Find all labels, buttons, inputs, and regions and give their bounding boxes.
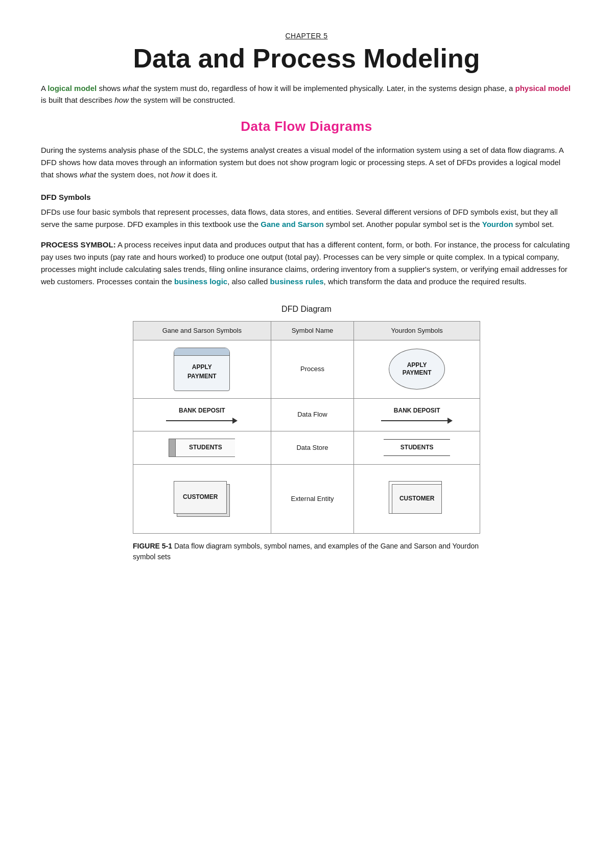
figure-number: FIGURE 5-1: [133, 542, 172, 550]
dfd-symbols-paragraph: DFDs use four basic symbols that represe…: [41, 206, 572, 231]
table-row: BANK DEPOSIT Data Flow BANK DEPOSIT: [133, 399, 480, 431]
yo-entity-wrapper: CUSTOMER: [360, 472, 474, 526]
yourdon-term: Yourdon: [482, 220, 513, 229]
gs-dataflow-label: BANK DEPOSIT: [179, 406, 225, 416]
yo-dataflow-label: BANK DEPOSIT: [394, 406, 440, 416]
business-logic-term: business logic: [174, 277, 227, 286]
yo-flow-arrow-head: [447, 418, 453, 424]
gs-dataflow-wrapper: BANK DEPOSIT: [139, 406, 265, 424]
yo-process-label: APPLYPAYMENT: [403, 361, 432, 377]
table-header-name: Symbol Name: [271, 321, 354, 340]
yo-dataflow-arrow: [381, 418, 453, 424]
table-row: CUSTOMER External Entity CUSTOMER: [133, 464, 480, 533]
logical-model-term: logical model: [48, 84, 97, 93]
chapter-label: CHAPTER 5: [41, 31, 572, 42]
yo-dataflow-wrapper: BANK DEPOSIT: [360, 406, 474, 424]
business-rules-term: business rules: [270, 277, 324, 286]
table-header-yo: Yourdon Symbols: [354, 321, 480, 340]
section-heading-dfd: Data Flow Diagrams: [41, 116, 572, 136]
yo-external-entity-symbol: CUSTOMER: [389, 481, 445, 517]
yo-entity-cell: CUSTOMER: [354, 464, 480, 533]
symbol-name-dataflow: Data Flow: [271, 399, 354, 431]
gs-dataflow-cell: BANK DEPOSIT: [133, 399, 271, 431]
gs-entity-wrapper: CUSTOMER: [139, 472, 265, 526]
process-symbol-label: PROCESS SYMBOL:: [41, 240, 116, 249]
gs-entity-label: CUSTOMER: [174, 481, 227, 514]
symbol-name-process: Process: [271, 340, 354, 398]
symbol-name-entity: External Entity: [271, 464, 354, 533]
gs-external-entity-symbol: CUSTOMER: [174, 481, 230, 517]
process-symbol-paragraph: PROCESS SYMBOL: A process receives input…: [41, 239, 572, 288]
table-row: STUDENTS Data Store STUDENTS: [133, 431, 480, 464]
figure-caption: FIGURE 5-1 Data flow diagram symbols, sy…: [133, 541, 480, 562]
datastore-stripe: [169, 439, 176, 457]
dfd-diagram-container: DFD Diagram Gane and Sarson Symbols Symb…: [133, 303, 480, 562]
yo-ds-bottom-line: [384, 455, 450, 456]
gs-dataflow-arrow: [166, 418, 238, 424]
yo-datastore-label: STUDENTS: [384, 440, 450, 455]
table-row: APPLYPAYMENT Process APPLYPAYMENT: [133, 340, 480, 398]
gs-process-symbol: APPLYPAYMENT: [174, 348, 230, 391]
gs-datastore-cell: STUDENTS: [133, 431, 271, 464]
yo-process-cell: APPLYPAYMENT: [354, 340, 480, 398]
gs-entity-cell: CUSTOMER: [133, 464, 271, 533]
table-header-gs: Gane and Sarson Symbols: [133, 321, 271, 340]
yo-datastore-cell: STUDENTS: [354, 431, 480, 464]
flow-line: [166, 420, 232, 421]
yo-datastore-symbol: STUDENTS: [384, 439, 450, 456]
page-title: Data and Process Modeling: [41, 44, 572, 73]
physical-model-term: physical model: [515, 84, 571, 93]
intro-paragraph: A logical model shows what the system mu…: [41, 82, 572, 106]
yo-entity-label: CUSTOMER: [392, 484, 442, 514]
flow-arrow-head: [232, 418, 238, 424]
dfd-symbol-table: Gane and Sarson Symbols Symbol Name Your…: [133, 321, 480, 534]
yo-dataflow-cell: BANK DEPOSIT: [354, 399, 480, 431]
gs-process-cell: APPLYPAYMENT: [133, 340, 271, 398]
gs-datastore-symbol: STUDENTS: [169, 439, 235, 457]
symbol-name-datastore: Data Store: [271, 431, 354, 464]
diagram-title: DFD Diagram: [133, 303, 480, 316]
yo-process-symbol: APPLYPAYMENT: [389, 349, 445, 390]
yo-flow-line: [381, 420, 447, 421]
gs-datastore-label: STUDENTS: [176, 439, 235, 457]
gs-process-label: APPLYPAYMENT: [179, 362, 224, 381]
dfd-intro-paragraph: During the systems analysis phase of the…: [41, 144, 572, 181]
figure-caption-text: Data flow diagram symbols, symbol names,…: [133, 542, 479, 561]
subsection-title-dfd-symbols: DFD Symbols: [41, 191, 572, 203]
gane-sarson-term: Gane and Sarson: [261, 220, 323, 229]
